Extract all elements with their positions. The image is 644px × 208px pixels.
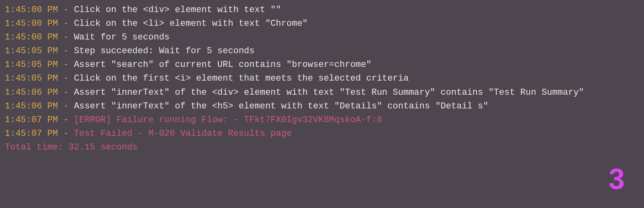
log-separator: - bbox=[58, 73, 74, 83]
log-line: 1:45:06 PM - Assert "innerText" of the <… bbox=[5, 100, 639, 113]
log-timestamp: 1:45:05 PM bbox=[5, 73, 58, 83]
log-line: 1:45:07 PM - [ERROR] Failure running Flo… bbox=[5, 113, 639, 127]
log-message: Click on the <li> element with text "Chr… bbox=[74, 19, 308, 29]
log-separator: - bbox=[58, 115, 74, 125]
log-timestamp: 1:45:05 PM bbox=[5, 60, 58, 70]
log-timestamp: 1:45:06 PM bbox=[5, 101, 58, 111]
log-message: Assert "innerText" of the <h5> element w… bbox=[74, 101, 489, 111]
log-line: 1:45:07 PM - Test Failed - M-020 Validat… bbox=[5, 127, 639, 141]
log-separator: - bbox=[58, 101, 74, 111]
log-timestamp: 1:45:00 PM bbox=[5, 32, 58, 42]
log-timestamp: 1:45:06 PM bbox=[5, 87, 58, 98]
log-line: 1:45:00 PM - Wait for 5 seconds bbox=[5, 31, 639, 44]
log-message: Click on the <div> element with text "" bbox=[74, 5, 281, 15]
log-error-message: [ERROR] Failure running Flow: - TFkt7FX0… bbox=[74, 115, 382, 125]
log-container: 1:45:00 PM - Click on the <div> element … bbox=[5, 3, 639, 141]
annotation-badge: 3 bbox=[609, 164, 625, 193]
log-timestamp: 1:45:05 PM bbox=[5, 46, 58, 56]
log-timestamp: 1:45:00 PM bbox=[5, 5, 58, 15]
log-line: 1:45:05 PM - Step succeeded: Wait for 5 … bbox=[5, 44, 639, 58]
log-message: Click on the first <i> element that meet… bbox=[74, 73, 409, 83]
log-line: 1:45:05 PM - Assert "search" of current … bbox=[5, 58, 639, 72]
log-separator: - bbox=[58, 46, 74, 56]
log-separator: - bbox=[58, 5, 74, 15]
log-timestamp: 1:45:07 PM bbox=[5, 129, 58, 139]
total-time-footer: Total time: 32.15 seconds bbox=[5, 141, 639, 154]
log-separator: - bbox=[58, 32, 74, 42]
log-line: 1:45:00 PM - Click on the <li> element w… bbox=[5, 17, 639, 31]
log-separator: - bbox=[58, 60, 74, 70]
log-message: Assert "innerText" of the <div> element … bbox=[74, 87, 584, 98]
log-timestamp: 1:45:00 PM bbox=[5, 19, 58, 29]
log-separator: - bbox=[58, 129, 74, 139]
log-separator: - bbox=[58, 19, 74, 29]
log-separator: - bbox=[58, 87, 74, 98]
log-message: Wait for 5 seconds bbox=[74, 32, 170, 42]
log-message: Assert "search" of current URL contains … bbox=[74, 60, 372, 70]
log-message: Step succeeded: Wait for 5 seconds bbox=[74, 46, 255, 56]
log-error-message: Test Failed - M-020 Validate Results pag… bbox=[74, 129, 292, 139]
log-line: 1:45:06 PM - Assert "innerText" of the <… bbox=[5, 86, 639, 100]
log-timestamp: 1:45:07 PM bbox=[5, 115, 58, 125]
log-line: 1:45:05 PM - Click on the first <i> elem… bbox=[5, 72, 639, 85]
log-line: 1:45:00 PM - Click on the <div> element … bbox=[5, 3, 639, 17]
